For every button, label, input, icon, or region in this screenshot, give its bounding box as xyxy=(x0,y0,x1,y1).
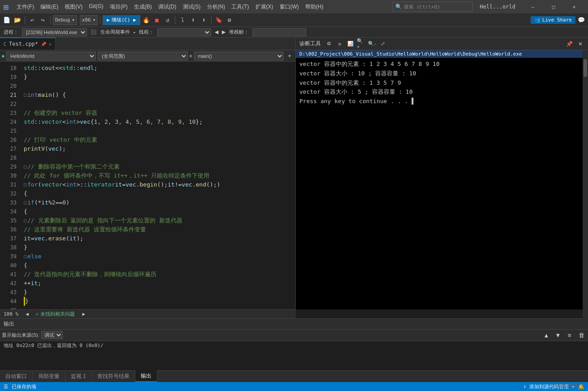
scroll-right-btn[interactable]: ▶ xyxy=(82,311,85,317)
line-num-24: 24 xyxy=(0,117,17,126)
collapse-39[interactable]: □ xyxy=(24,252,26,261)
line-num-25: 25 xyxy=(0,126,17,135)
tab-watch-1[interactable]: 监视 1 xyxy=(65,370,92,382)
nav-btn-2[interactable]: ▶ xyxy=(222,29,225,35)
debug-config-dropdown[interactable]: Debug ▾ xyxy=(53,15,77,25)
code-line-38: } xyxy=(24,243,292,252)
collapse-21[interactable]: □ xyxy=(24,91,26,100)
tab-output[interactable]: 输出 xyxy=(135,370,157,382)
code-content[interactable]: std::cout << std::endl; } □int main() { xyxy=(20,62,295,309)
status-bar: ☰ 已保存的项 ↑ 添加到源代码管理 • 🔔 xyxy=(0,382,588,391)
hot-reload-button[interactable]: 🔥 xyxy=(141,15,151,25)
collapse-29[interactable]: □ xyxy=(24,162,26,171)
diag-zoom-in-button[interactable]: 🔍+ xyxy=(357,39,366,48)
diag-graph-button[interactable]: 📊 xyxy=(346,39,355,48)
step-out-button[interactable]: ⬆ xyxy=(199,15,209,25)
menu-analyze[interactable]: 分析(N) xyxy=(204,2,228,12)
output-clear-btn[interactable]: 🗑 xyxy=(576,330,586,340)
line-num-20: 20 xyxy=(0,82,17,91)
menu-help[interactable]: 帮助(H) xyxy=(303,2,326,12)
full-scope-dropdown[interactable]: (全局范围) xyxy=(98,52,187,61)
platform-dropdown[interactable]: x86 ▾ xyxy=(80,15,98,25)
live-share-button[interactable]: 👥 Live Share xyxy=(531,16,575,24)
output-wrap-btn[interactable]: ≡ xyxy=(565,330,575,340)
menu-debug[interactable]: 调试(D) xyxy=(156,2,179,12)
menu-file[interactable]: 文件(F) xyxy=(14,2,37,12)
code-line-20 xyxy=(24,82,292,91)
continue-button[interactable]: ▶ 继续(C) ▶ xyxy=(103,15,140,25)
tab-pin-icon[interactable]: 📌 xyxy=(41,42,46,47)
diag-zoom-out-button[interactable]: 🔍- xyxy=(368,39,376,48)
nav-btn-1[interactable]: ◀ xyxy=(215,29,218,35)
scrollbar-thumb[interactable] xyxy=(584,59,587,77)
saved-items: 已保存的项 xyxy=(12,383,36,390)
tab-find-symbol[interactable]: 查找符号结果 xyxy=(92,370,135,382)
code-line-31: □ for (vector<int>::iterator it = vec.be… xyxy=(24,180,292,189)
output-title: 输出 xyxy=(4,320,14,328)
line-num-23: 23 xyxy=(0,109,17,117)
tab-icon: C xyxy=(4,42,6,47)
console-line-5: Press any key to continue . . . ▌ xyxy=(299,97,584,106)
toolbar-separator-4 xyxy=(175,16,175,24)
minimize-button[interactable]: — xyxy=(523,0,543,13)
close-button[interactable]: ✕ xyxy=(564,0,584,13)
console-title-bar: D:\002_Project\006_Visual_Studio\HelloWo… xyxy=(296,50,588,58)
right-scrollbar[interactable] xyxy=(583,50,588,322)
menu-build[interactable]: 生成(B) xyxy=(131,2,155,12)
thread-dropdown[interactable] xyxy=(157,28,211,36)
collapse-33[interactable]: □ xyxy=(24,198,26,207)
step-over-button[interactable]: ⤵ xyxy=(177,15,187,25)
feedback-button[interactable]: 💬 xyxy=(576,15,586,25)
scroll-left-btn[interactable]: ◀ xyxy=(26,311,29,317)
line-num-37: 37 xyxy=(0,234,17,243)
line-num-45: 45 xyxy=(0,306,17,309)
restart-button[interactable]: ↺ xyxy=(163,15,173,25)
panel-controls: 📌 ✕ xyxy=(564,40,584,48)
tab-bar: C Test.cpp* 📌 ✕ xyxy=(0,38,295,50)
main-area: C Test.cpp* 📌 ✕ ◉ HelloWorld (全局范围) ⊙ xyxy=(0,38,588,309)
menu-window[interactable]: 窗口(W) xyxy=(277,2,302,12)
stop-button[interactable]: ■ xyxy=(152,15,162,25)
menu-edit[interactable]: 编辑(E) xyxy=(38,2,61,12)
live-share-icon: 👥 xyxy=(534,17,540,23)
collapse-35[interactable]: □ xyxy=(24,216,26,225)
output-scroll-down-btn[interactable]: ▼ xyxy=(553,330,563,340)
diag-expand-button[interactable]: ⤢ xyxy=(378,39,387,48)
stack-input[interactable] xyxy=(252,28,306,36)
process-dropdown[interactable]: [23296] HelloWorld.exe xyxy=(22,28,87,36)
toolbar-separator-1 xyxy=(25,16,25,24)
diag-settings-button[interactable]: ⚙ xyxy=(324,39,333,48)
line-num-44: 44 xyxy=(0,297,17,306)
menu-tools[interactable]: 工具(T) xyxy=(229,2,251,12)
new-file-button[interactable]: 📄 xyxy=(2,15,12,25)
bookmark-button[interactable]: 🔖 xyxy=(214,15,224,25)
search-box[interactable]: 🔍 搜索 (Ctrl+Q) xyxy=(392,2,473,12)
settings-button[interactable]: ⚙ xyxy=(225,15,234,25)
menu-extensions[interactable]: 扩展(X) xyxy=(253,2,276,12)
tab-close-button[interactable]: ✕ xyxy=(49,42,52,47)
redo-button[interactable]: ↪ xyxy=(38,15,48,25)
editor-tab-test-cpp[interactable]: C Test.cpp* 📌 ✕ xyxy=(0,37,56,50)
line-num-32: 32 xyxy=(0,189,17,198)
step-into-button[interactable]: ⬇ xyxy=(188,15,198,25)
scope-dropdown[interactable]: HelloWorld xyxy=(6,52,96,61)
tab-local-vars[interactable]: 局部变量 xyxy=(33,370,65,382)
source-dropdown[interactable]: 调试 xyxy=(41,331,63,339)
menu-view[interactable]: 视图(V) xyxy=(62,2,85,12)
watermark: CSDN @韩骁亮 xyxy=(553,383,584,389)
close-diag-button[interactable]: ✕ xyxy=(576,40,584,48)
open-file-button[interactable]: 📂 xyxy=(13,15,22,25)
menu-project[interactable]: 项目(P) xyxy=(107,2,130,12)
diag-list-button[interactable]: ≡ xyxy=(335,39,344,48)
menu-test[interactable]: 测试(S) xyxy=(180,2,203,12)
maximize-button[interactable]: □ xyxy=(543,0,564,13)
function-dropdown[interactable]: main() xyxy=(194,52,284,61)
pin-button[interactable]: 📌 xyxy=(564,40,575,48)
output-scroll-up-btn[interactable]: ▲ xyxy=(541,330,551,340)
nav-add-button[interactable]: + xyxy=(285,52,294,60)
nav-icon: ◉ xyxy=(2,53,4,58)
tab-auto-window[interactable]: 自动窗口 xyxy=(0,370,33,382)
undo-button[interactable]: ↩ xyxy=(27,15,37,25)
collapse-31[interactable]: □ xyxy=(24,180,26,189)
menu-git[interactable]: Git(G) xyxy=(86,2,106,12)
